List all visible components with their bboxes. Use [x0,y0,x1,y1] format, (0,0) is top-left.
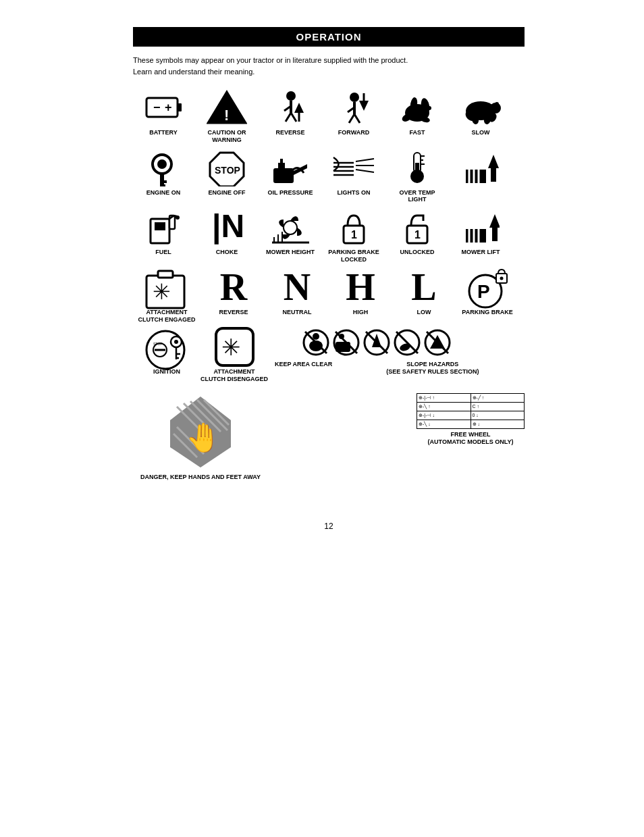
svg-text:+: + [165,101,172,114]
choke-label: CHOKE [216,249,238,256]
fuel-label: FUEL [155,249,171,256]
caution-icon: ! [207,89,247,126]
ignition-icon: STOP [140,322,194,372]
parking-brake-locked-container: 1 [336,209,373,246]
parking-brake-label: PARKING BRAKE [462,309,512,316]
symbol-unlocked: 1 UNLOCKED [387,209,448,256]
row5-left: STOP IGNITION ✳ ATTACHMENT CLUTCH DI [133,328,268,383]
symbol-battery: − + BATTERY [133,89,194,136]
oil-pressure-icon-container [270,149,311,186]
page-number: 12 [133,522,525,531]
svg-line-10 [291,113,296,122]
mower-lift-r2-container [462,149,500,186]
big-h-label: HIGH [353,309,369,316]
symbol-engine-off: STOP ENGINE OFF [196,149,257,197]
mower-lift-icon-container [462,209,500,246]
symbol-oil-pressure: OIL PRESSURE [260,149,321,197]
symbol-reverse: REVERSE [260,89,321,136]
symbol-parking-brake: P PARKING BRAKE [457,269,518,316]
symbol-engine-on: ENGINE ON [133,149,194,197]
svg-text:STOP: STOP [215,165,240,176]
slope-hazards-label: SLOPE HAZARDS (SEE SAFETY RULES SECTION) [386,361,479,376]
battery-icon: − + [143,91,184,125]
attachment-engaged-icon: ✳ [143,265,190,309]
svg-text:P: P [477,281,490,302]
over-temp-label: OVER TEMP LIGHT [399,189,435,204]
svg-point-32 [495,102,499,106]
symbol-over-temp: OVER TEMP LIGHT [387,149,448,204]
svg-rect-80 [158,271,173,278]
engine-off-icon-container: STOP [207,149,247,186]
row-danger: 🤚 DANGER, KEEP HANDS AND FEET AWAY ⊕-|-⊣… [133,393,525,481]
svg-marker-57 [488,155,499,168]
attachment-engaged-icon-container: ✳ [143,269,190,306]
keep-clear-icon-1 [302,328,330,357]
svg-line-44 [356,159,374,161]
over-temp-icon [399,149,436,186]
big-h-letter: H [346,265,375,309]
symbol-big-h: H HIGH [330,269,391,316]
svg-text:1: 1 [414,229,421,240]
svg-text:✳: ✳ [221,334,240,360]
svg-marker-11 [294,103,304,113]
svg-text:1: 1 [351,229,357,240]
fast-icon [397,89,437,126]
fuel-icon [145,209,182,246]
engine-off-label: ENGINE OFF [208,189,245,197]
symbol-mower-lift: MOWER LIFT [450,209,511,256]
forward-icon [336,89,373,126]
svg-rect-1 [178,103,182,111]
oil-pressure-icon [270,149,311,186]
parking-brake-locked-icon: 1 [336,209,373,246]
ignition-icon-container: STOP [140,328,194,365]
svg-line-46 [356,170,374,172]
symbol-ignition: STOP IGNITION [133,328,200,376]
mower-lift-label: MOWER LIFT [462,249,500,256]
symbol-row-3: FUEL |N| CHOKE [133,209,525,263]
unlocked-label: UNLOCKED [400,249,435,256]
symbol-parking-brake-locked: 1 PARKING BRAKE LOCKED [323,209,384,263]
svg-text:🤚: 🤚 [186,421,221,455]
battery-label: BATTERY [149,129,178,136]
forward-label: FORWARD [338,129,369,136]
slope-hazard-icon-1 [393,328,421,357]
big-l-letter: L [411,265,436,309]
parking-brake-icon: P [464,265,511,309]
svg-rect-49 [415,163,419,176]
symbol-choke: |N| CHOKE [196,209,257,256]
svg-marker-18 [359,101,369,111]
symbol-row-5: STOP IGNITION ✳ ATTACHMENT CLUTCH DI [133,328,525,383]
attachment-disengaged-label: ATTACHMENT CLUTCH DISENGAGED [200,368,268,383]
row5-right: KEEP AREA CLEAR SLOPE HAZARDS (SEE SAFET… [275,328,525,378]
symbol-fuel: FUEL [133,209,194,256]
reverse-icon [272,89,309,126]
symbol-fast: FAST [387,89,448,136]
over-temp-icon-container [399,149,436,186]
ignition-label: IGNITION [153,368,180,376]
symbol-mower-height: MOWER HEIGHT [260,209,321,256]
mower-height-icon-container [269,209,313,246]
svg-point-34 [157,159,167,169]
svg-rect-36 [160,180,167,183]
svg-point-62 [176,215,180,220]
oil-pressure-label: OIL PRESSURE [268,189,313,197]
svg-rect-37 [160,184,165,186]
symbol-row-4: ✳ ATTACHMENT CLUTCH ENGAGED R REVERSE N … [133,269,525,324]
slow-label: SLOW [472,129,490,136]
engine-off-icon: STOP [207,149,247,186]
svg-point-23 [427,106,431,110]
svg-text:✳: ✳ [153,280,171,304]
svg-point-85 [500,276,504,280]
svg-line-16 [349,114,354,123]
slow-icon-container [460,89,501,126]
page: OPERATION These symbols may appear on yo… [0,0,644,837]
slow-icon [460,89,501,126]
symbol-mower-lift-r2 [450,149,511,189]
unlocked-icon-container: 1 [399,209,436,246]
danger-label: DANGER, KEEP HANDS AND FEET AWAY [140,474,261,481]
keep-clear-icon-3 [363,328,391,357]
choke-icon: |N| [209,209,246,246]
svg-point-64 [284,221,297,234]
fuel-icon-container [145,209,182,246]
fast-icon-container [397,89,437,126]
